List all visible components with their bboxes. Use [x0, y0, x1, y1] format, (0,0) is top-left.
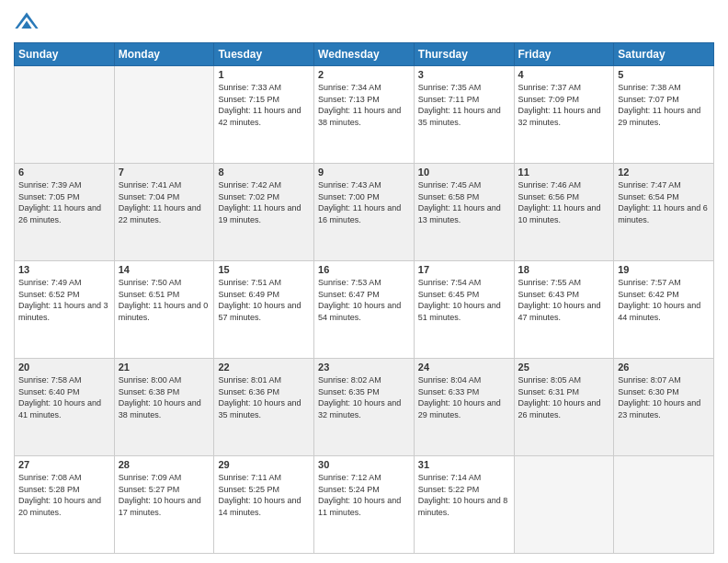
- day-number: 16: [318, 264, 410, 275]
- col-header-sunday: Sunday: [15, 43, 115, 66]
- day-number: 20: [18, 362, 110, 373]
- header: [14, 9, 714, 35]
- cell-content: Sunrise: 7:57 AMSunset: 6:42 PMDaylight:…: [618, 277, 710, 323]
- day-number: 9: [318, 167, 410, 178]
- day-number: 22: [218, 362, 310, 373]
- day-cell: 22Sunrise: 8:01 AMSunset: 6:36 PMDayligh…: [214, 359, 314, 456]
- day-number: 4: [518, 69, 610, 80]
- day-number: 31: [418, 459, 510, 470]
- day-cell: 12Sunrise: 7:47 AMSunset: 6:54 PMDayligh…: [614, 164, 714, 261]
- day-number: 8: [218, 167, 310, 178]
- cell-content: Sunrise: 7:46 AMSunset: 6:56 PMDaylight:…: [518, 179, 610, 225]
- day-cell: 26Sunrise: 8:07 AMSunset: 6:30 PMDayligh…: [614, 359, 714, 456]
- day-number: 15: [218, 264, 310, 275]
- cell-content: Sunrise: 7:42 AMSunset: 7:02 PMDaylight:…: [218, 179, 310, 225]
- day-number: 14: [119, 264, 210, 275]
- day-number: 23: [318, 362, 410, 373]
- day-cell: 6Sunrise: 7:39 AMSunset: 7:05 PMDaylight…: [15, 164, 115, 261]
- cell-content: Sunrise: 7:11 AMSunset: 5:25 PMDaylight:…: [218, 472, 310, 518]
- cell-content: Sunrise: 7:39 AMSunset: 7:05 PMDaylight:…: [18, 179, 110, 225]
- day-number: 6: [18, 167, 110, 178]
- cell-content: Sunrise: 8:07 AMSunset: 6:30 PMDaylight:…: [618, 374, 710, 420]
- day-cell: 5Sunrise: 7:38 AMSunset: 7:07 PMDaylight…: [614, 66, 714, 164]
- day-cell: 8Sunrise: 7:42 AMSunset: 7:02 PMDaylight…: [214, 164, 314, 261]
- week-row-1: 1Sunrise: 7:33 AMSunset: 7:15 PMDaylight…: [15, 66, 714, 164]
- day-cell: 16Sunrise: 7:53 AMSunset: 6:47 PMDayligh…: [314, 261, 415, 359]
- cell-content: Sunrise: 8:00 AMSunset: 6:38 PMDaylight:…: [119, 374, 210, 420]
- col-header-saturday: Saturday: [614, 43, 714, 66]
- day-cell: [514, 456, 614, 554]
- day-cell: 3Sunrise: 7:35 AMSunset: 7:11 PMDaylight…: [414, 66, 514, 164]
- day-cell: 21Sunrise: 8:00 AMSunset: 6:38 PMDayligh…: [114, 359, 214, 456]
- col-header-thursday: Thursday: [414, 43, 514, 66]
- header-row: SundayMondayTuesdayWednesdayThursdayFrid…: [15, 43, 714, 66]
- cell-content: Sunrise: 8:04 AMSunset: 6:33 PMDaylight:…: [418, 374, 510, 420]
- day-cell: 7Sunrise: 7:41 AMSunset: 7:04 PMDaylight…: [114, 164, 214, 261]
- col-header-tuesday: Tuesday: [214, 43, 314, 66]
- cell-content: Sunrise: 7:55 AMSunset: 6:43 PMDaylight:…: [518, 277, 610, 323]
- cell-content: Sunrise: 7:53 AMSunset: 6:47 PMDaylight:…: [318, 277, 410, 323]
- day-cell: 30Sunrise: 7:12 AMSunset: 5:24 PMDayligh…: [314, 456, 415, 554]
- day-number: 17: [418, 264, 510, 275]
- day-number: 12: [618, 167, 710, 178]
- day-number: 5: [618, 69, 710, 80]
- col-header-monday: Monday: [114, 43, 214, 66]
- cell-content: Sunrise: 7:50 AMSunset: 6:51 PMDaylight:…: [119, 277, 210, 323]
- cell-content: Sunrise: 8:01 AMSunset: 6:36 PMDaylight:…: [218, 374, 310, 420]
- day-number: 30: [318, 459, 410, 470]
- cell-content: Sunrise: 7:09 AMSunset: 5:27 PMDaylight:…: [119, 472, 210, 518]
- day-cell: 13Sunrise: 7:49 AMSunset: 6:52 PMDayligh…: [15, 261, 115, 359]
- day-number: 24: [418, 362, 510, 373]
- cell-content: Sunrise: 7:33 AMSunset: 7:15 PMDaylight:…: [218, 82, 310, 128]
- day-cell: 19Sunrise: 7:57 AMSunset: 6:42 PMDayligh…: [614, 261, 714, 359]
- day-cell: 9Sunrise: 7:43 AMSunset: 7:00 PMDaylight…: [314, 164, 415, 261]
- col-header-wednesday: Wednesday: [314, 43, 415, 66]
- calendar-table: SundayMondayTuesdayWednesdayThursdayFrid…: [14, 42, 714, 554]
- cell-content: Sunrise: 7:08 AMSunset: 5:28 PMDaylight:…: [18, 472, 110, 518]
- day-number: 18: [518, 264, 610, 275]
- day-cell: 18Sunrise: 7:55 AMSunset: 6:43 PMDayligh…: [514, 261, 614, 359]
- day-cell: [15, 66, 115, 164]
- day-cell: 24Sunrise: 8:04 AMSunset: 6:33 PMDayligh…: [414, 359, 514, 456]
- cell-content: Sunrise: 7:41 AMSunset: 7:04 PMDaylight:…: [119, 179, 210, 225]
- day-cell: 4Sunrise: 7:37 AMSunset: 7:09 PMDaylight…: [514, 66, 614, 164]
- day-number: 10: [418, 167, 510, 178]
- cell-content: Sunrise: 7:45 AMSunset: 6:58 PMDaylight:…: [418, 179, 510, 225]
- cell-content: Sunrise: 7:47 AMSunset: 6:54 PMDaylight:…: [618, 179, 710, 225]
- day-cell: 28Sunrise: 7:09 AMSunset: 5:27 PMDayligh…: [114, 456, 214, 554]
- day-number: 21: [119, 362, 210, 373]
- day-number: 7: [119, 167, 210, 178]
- day-cell: 31Sunrise: 7:14 AMSunset: 5:22 PMDayligh…: [414, 456, 514, 554]
- day-cell: [614, 456, 714, 554]
- cell-content: Sunrise: 7:35 AMSunset: 7:11 PMDaylight:…: [418, 82, 510, 128]
- logo-icon: [14, 9, 40, 35]
- cell-content: Sunrise: 7:38 AMSunset: 7:07 PMDaylight:…: [618, 82, 710, 128]
- cell-content: Sunrise: 7:37 AMSunset: 7:09 PMDaylight:…: [518, 82, 610, 128]
- cell-content: Sunrise: 7:54 AMSunset: 6:45 PMDaylight:…: [418, 277, 510, 323]
- cell-content: Sunrise: 7:51 AMSunset: 6:49 PMDaylight:…: [218, 277, 310, 323]
- cell-content: Sunrise: 7:14 AMSunset: 5:22 PMDaylight:…: [418, 472, 510, 518]
- col-header-friday: Friday: [514, 43, 614, 66]
- cell-content: Sunrise: 7:34 AMSunset: 7:13 PMDaylight:…: [318, 82, 410, 128]
- day-number: 27: [18, 459, 110, 470]
- day-number: 19: [618, 264, 710, 275]
- day-number: 2: [318, 69, 410, 80]
- day-number: 26: [618, 362, 710, 373]
- cell-content: Sunrise: 7:12 AMSunset: 5:24 PMDaylight:…: [318, 472, 410, 518]
- day-cell: 25Sunrise: 8:05 AMSunset: 6:31 PMDayligh…: [514, 359, 614, 456]
- week-row-4: 20Sunrise: 7:58 AMSunset: 6:40 PMDayligh…: [15, 359, 714, 456]
- day-cell: 15Sunrise: 7:51 AMSunset: 6:49 PMDayligh…: [214, 261, 314, 359]
- cell-content: Sunrise: 7:49 AMSunset: 6:52 PMDaylight:…: [18, 277, 110, 323]
- page: SundayMondayTuesdayWednesdayThursdayFrid…: [0, 0, 728, 563]
- week-row-2: 6Sunrise: 7:39 AMSunset: 7:05 PMDaylight…: [15, 164, 714, 261]
- day-cell: 23Sunrise: 8:02 AMSunset: 6:35 PMDayligh…: [314, 359, 415, 456]
- day-number: 3: [418, 69, 510, 80]
- week-row-5: 27Sunrise: 7:08 AMSunset: 5:28 PMDayligh…: [15, 456, 714, 554]
- day-number: 13: [18, 264, 110, 275]
- logo: [14, 9, 43, 35]
- day-number: 11: [518, 167, 610, 178]
- day-number: 1: [218, 69, 310, 80]
- day-cell: 27Sunrise: 7:08 AMSunset: 5:28 PMDayligh…: [15, 456, 115, 554]
- day-number: 28: [119, 459, 210, 470]
- cell-content: Sunrise: 8:05 AMSunset: 6:31 PMDaylight:…: [518, 374, 610, 420]
